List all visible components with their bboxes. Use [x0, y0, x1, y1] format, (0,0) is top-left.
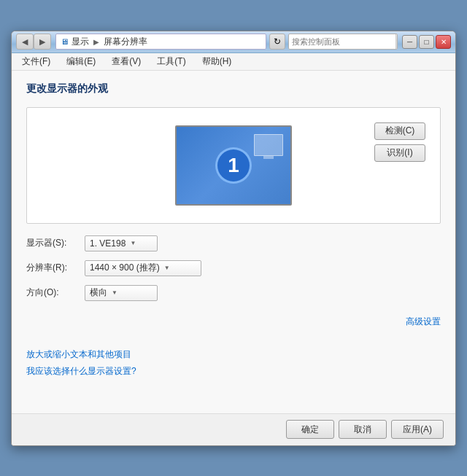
- breadcrumb-part2: 屏幕分辨率: [104, 36, 147, 48]
- maximize-button[interactable]: □: [419, 35, 434, 49]
- main-content: 更改显示器的外观 1 检测(C) 识别(I) 显示器(S): 1. VE198 …: [12, 71, 455, 413]
- titlebar: ◀ ▶ 🖥 显示 ▶ 屏幕分辨率 ↻ 🔍 ─ □ ✕: [12, 31, 455, 53]
- menubar: 文件(F) 编辑(E) 查看(V) 工具(T) 帮助(H): [12, 53, 455, 71]
- monitor-panel: 1 检测(C) 识别(I): [26, 107, 441, 224]
- folder-icon: 🖥: [61, 37, 69, 46]
- minimize-button[interactable]: ─: [402, 35, 417, 49]
- menu-file[interactable]: 文件(F): [19, 54, 53, 69]
- orientation-row: 方向(O): 横向 ▼: [26, 285, 441, 301]
- ok-button[interactable]: 确定: [286, 420, 334, 439]
- side-buttons: 检测(C) 识别(I): [374, 122, 425, 162]
- orientation-label: 方向(O):: [26, 286, 85, 299]
- link-display-settings[interactable]: 我应该选择什么显示器设置?: [26, 365, 441, 378]
- monitor-number: 1: [215, 147, 252, 184]
- link-enlarge-text[interactable]: 放大或缩小文本和其他项目: [26, 348, 441, 361]
- breadcrumb-part1: 显示: [72, 36, 89, 48]
- resolution-dropdown-arrow: ▼: [164, 265, 170, 271]
- resolution-select[interactable]: 1440 × 900 (推荐) ▼: [85, 260, 201, 276]
- orientation-value: 横向: [90, 286, 107, 299]
- display-label: 显示器(S):: [26, 237, 85, 249]
- identify-button[interactable]: 识别(I): [374, 144, 425, 162]
- page-title: 更改显示器的外观: [26, 82, 441, 95]
- display-value: 1. VE198: [90, 238, 126, 249]
- resolution-value: 1440 × 900 (推荐): [90, 262, 160, 274]
- apply-button[interactable]: 应用(A): [391, 420, 444, 439]
- footer: 确定 取消 应用(A): [12, 413, 455, 445]
- breadcrumb-sep1: ▶: [93, 38, 99, 46]
- search-box[interactable]: 🔍: [288, 34, 398, 50]
- menu-view[interactable]: 查看(V): [109, 54, 144, 69]
- display-select[interactable]: 1. VE198 ▼: [85, 235, 158, 251]
- main-window: ◀ ▶ 🖥 显示 ▶ 屏幕分辨率 ↻ 🔍 ─ □ ✕ 文件(F) 编辑(E) 查…: [11, 31, 456, 446]
- monitor-preview: 1: [175, 125, 292, 206]
- address-bar: 🖥 显示 ▶ 屏幕分辨率: [55, 34, 266, 50]
- detect-button[interactable]: 检测(C): [374, 122, 425, 140]
- monitor-small-icon: [254, 134, 283, 156]
- advanced-link[interactable]: 高级设置: [26, 316, 441, 328]
- close-button[interactable]: ✕: [436, 35, 451, 49]
- search-input[interactable]: [289, 37, 395, 46]
- refresh-button[interactable]: ↻: [269, 34, 285, 50]
- window-controls: ─ □ ✕: [402, 35, 451, 49]
- display-row: 显示器(S): 1. VE198 ▼: [26, 235, 441, 251]
- search-icon[interactable]: 🔍: [395, 34, 398, 49]
- forward-button[interactable]: ▶: [34, 34, 51, 50]
- resolution-label: 分辨率(R):: [26, 262, 85, 274]
- orientation-select[interactable]: 横向 ▼: [85, 285, 158, 301]
- menu-help[interactable]: 帮助(H): [199, 54, 235, 69]
- back-button[interactable]: ◀: [16, 34, 34, 50]
- display-dropdown-arrow: ▼: [130, 240, 136, 246]
- menu-edit[interactable]: 编辑(E): [63, 54, 99, 69]
- resolution-row: 分辨率(R): 1440 × 900 (推荐) ▼: [26, 260, 441, 276]
- menu-tools[interactable]: 工具(T): [154, 54, 188, 69]
- cancel-button[interactable]: 取消: [339, 420, 387, 439]
- orientation-dropdown-arrow: ▼: [112, 289, 117, 296]
